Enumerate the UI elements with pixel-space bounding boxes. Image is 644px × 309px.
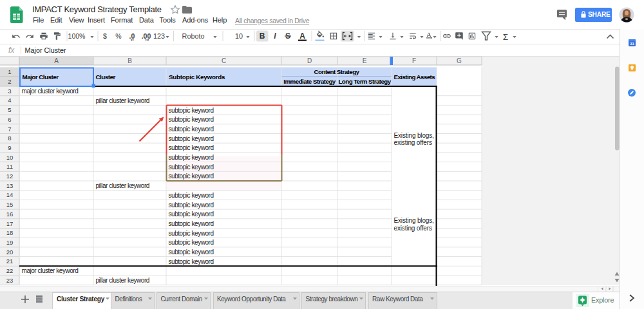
svg-text:15: 15 (6, 201, 14, 208)
svg-text:18: 18 (6, 229, 14, 236)
svg-text:subtopic keyword: subtopic keyword (169, 220, 214, 227)
svg-text:B: B (128, 57, 132, 64)
svg-text:13: 13 (6, 182, 14, 189)
svg-text:10: 10 (6, 154, 14, 161)
svg-text:%: % (115, 32, 121, 40)
svg-text:Content Strategy: Content Strategy (314, 68, 360, 75)
svg-text:subtopic keyword: subtopic keyword (169, 230, 214, 237)
svg-text:10: 10 (235, 32, 243, 40)
svg-text:subtopic keyword: subtopic keyword (169, 211, 214, 218)
svg-text:20: 20 (6, 248, 14, 256)
svg-text:B: B (260, 32, 265, 41)
svg-text:12: 12 (6, 173, 14, 180)
svg-text:subtopic keyword: subtopic keyword (169, 239, 214, 246)
svg-text:2: 2 (8, 78, 11, 85)
svg-text:Cluster: Cluster (96, 73, 116, 80)
svg-text:Subtopic Keywords: Subtopic Keywords (169, 73, 225, 80)
svg-text:Roboto: Roboto (182, 32, 205, 40)
svg-text:7: 7 (8, 126, 11, 133)
svg-text:$: $ (103, 32, 107, 40)
svg-text:subtopic keyword: subtopic keyword (169, 258, 214, 265)
svg-text:9: 9 (8, 144, 11, 151)
svg-text:major cluster keyword: major cluster keyword (22, 88, 79, 95)
svg-text:subtopic keyword: subtopic keyword (169, 144, 214, 151)
svg-text:31: 31 (630, 41, 634, 45)
svg-text:8: 8 (8, 135, 11, 142)
svg-text:subtopic keyword: subtopic keyword (169, 116, 214, 123)
svg-text:A: A (54, 57, 59, 64)
svg-text:D: D (307, 57, 312, 64)
svg-text:pillar cluster keyword: pillar cluster keyword (96, 97, 149, 104)
svg-text:Immediate Strategy: Immediate Strategy (283, 78, 336, 85)
svg-text:16: 16 (6, 211, 14, 218)
svg-text:E: E (363, 57, 367, 64)
svg-text:C: C (222, 57, 226, 64)
svg-text:G: G (457, 57, 462, 64)
svg-text:A: A (299, 32, 305, 41)
svg-text:21: 21 (6, 258, 14, 265)
svg-text:.0: .0 (129, 32, 135, 40)
svg-text:6: 6 (8, 116, 11, 123)
svg-text:existing offers: existing offers (394, 225, 432, 232)
svg-text:subtopic keyword: subtopic keyword (169, 126, 214, 133)
svg-text:14: 14 (6, 191, 14, 198)
svg-text:22: 22 (6, 267, 14, 274)
svg-text:subtopic keyword: subtopic keyword (169, 154, 214, 161)
svg-text:17: 17 (6, 220, 14, 227)
svg-text:subtopic keyword: subtopic keyword (169, 201, 214, 209)
svg-text:F: F (412, 57, 416, 64)
svg-text:23: 23 (6, 277, 14, 284)
svg-text:100%: 100% (68, 32, 86, 40)
svg-text:subtopic keyword: subtopic keyword (169, 192, 214, 199)
svg-text:123: 123 (153, 32, 165, 40)
svg-text:subtopic keyword: subtopic keyword (169, 164, 214, 171)
svg-text:3: 3 (8, 88, 11, 95)
svg-text:.00: .00 (142, 32, 151, 40)
svg-text:11: 11 (6, 163, 13, 170)
svg-text:Major Cluster: Major Cluster (23, 73, 59, 80)
svg-text:subtopic keyword: subtopic keyword (169, 135, 214, 142)
svg-text:major cluster keyword: major cluster keyword (22, 267, 79, 274)
svg-text:Existing Assets: Existing Assets (394, 73, 436, 80)
svg-text:Existing blogs,: Existing blogs, (394, 132, 434, 139)
svg-text:4: 4 (8, 97, 11, 104)
svg-text:subtopic keyword: subtopic keyword (169, 107, 214, 114)
svg-text:I: I (274, 32, 276, 41)
svg-text:Long Term Strategy: Long Term Strategy (338, 78, 391, 85)
svg-text:existing offers: existing offers (394, 139, 432, 146)
svg-text:subtopic keyword: subtopic keyword (169, 173, 214, 180)
svg-text:19: 19 (6, 239, 14, 246)
svg-text:5: 5 (8, 106, 11, 113)
svg-text:Σ: Σ (503, 32, 508, 42)
svg-text:1: 1 (8, 68, 11, 75)
svg-text:pillar cluster keyword: pillar cluster keyword (96, 182, 149, 189)
svg-text:Existing blogs,: Existing blogs, (394, 217, 434, 224)
svg-text:pillar cluster keyword: pillar cluster keyword (96, 277, 149, 284)
svg-text:subtopic keyword: subtopic keyword (169, 248, 214, 256)
